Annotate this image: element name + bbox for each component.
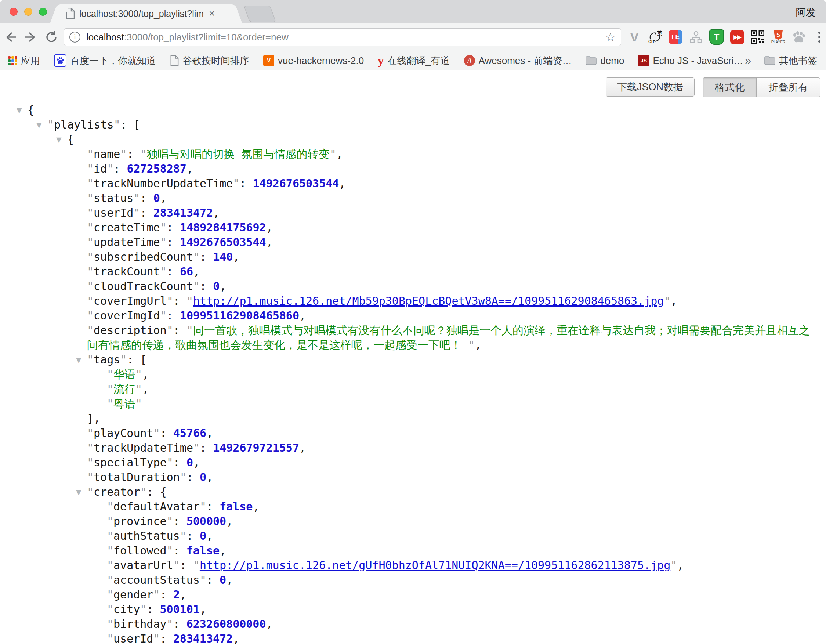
page-icon bbox=[170, 55, 179, 66]
page-icon bbox=[65, 8, 75, 19]
traffic-lights bbox=[9, 8, 47, 16]
bookmark-star-icon[interactable]: ☆ bbox=[605, 30, 616, 44]
json-line: ▼"userId": 283413472, bbox=[70, 206, 820, 220]
format-button[interactable]: 格式化 bbox=[703, 78, 757, 97]
new-tab-button[interactable] bbox=[244, 6, 276, 22]
json-line: ▼"followed": false, bbox=[90, 543, 820, 558]
json-line: ▼"city": 500101, bbox=[90, 602, 820, 617]
json-line: ▼"cloudTrackCount": 0, bbox=[70, 279, 820, 294]
back-button[interactable] bbox=[0, 31, 20, 44]
bookmark-item-demo[interactable]: demo bbox=[585, 55, 624, 67]
collapse-toggle-icon[interactable]: ▼ bbox=[36, 118, 47, 132]
folder-icon bbox=[585, 56, 596, 65]
profile-user-label[interactable]: 阿发 bbox=[796, 6, 816, 19]
extension-translate-icon[interactable]: 英 en bbox=[647, 30, 662, 44]
url-host: localhost bbox=[86, 31, 124, 43]
json-url-link[interactable]: http://p1.music.126.net/gUfH0bhzOfAl71NU… bbox=[200, 559, 670, 572]
json-line: ▼"id": 627258287, bbox=[70, 161, 820, 176]
forward-button[interactable] bbox=[20, 31, 41, 44]
json-line: ▼"accountStatus": 0, bbox=[90, 573, 820, 587]
json-line: ▼"userId": 283413472, bbox=[90, 632, 820, 644]
json-viewer-actions: 下载JSON数据 格式化 折叠所有 bbox=[606, 78, 820, 97]
json-line: ▼"subscribedCount": 140, bbox=[70, 250, 820, 264]
tab-title: localhost:3000/top_playlist?lim bbox=[79, 8, 204, 19]
json-line: ▼{ bbox=[11, 103, 820, 118]
extension-fe-icon[interactable]: FE bbox=[668, 30, 683, 44]
url-path: :3000/top_playlist?limit=10&order=new bbox=[124, 31, 289, 43]
json-line: ▼"creator": { bbox=[70, 485, 820, 499]
json-line: ▼"华语", bbox=[90, 367, 820, 382]
extension-html5-player-icon[interactable]: 5 PLAYER bbox=[771, 30, 786, 44]
json-line: ▼"specialType": 0, bbox=[70, 455, 820, 470]
json-block: ▼"华语",▼"流行",▼"粤语" bbox=[90, 367, 820, 411]
vue-v-icon: V bbox=[263, 55, 274, 66]
json-line: ▼"gender": 2, bbox=[90, 587, 820, 602]
bookmarks-overflow-chevron[interactable]: » bbox=[745, 54, 751, 67]
browser-tab[interactable]: localhost:3000/top_playlist?lim × bbox=[62, 5, 231, 23]
close-window-button[interactable] bbox=[9, 8, 18, 16]
json-line: ▼"trackCount": 66, bbox=[70, 264, 820, 279]
collapse-toggle-icon[interactable]: ▼ bbox=[76, 352, 87, 367]
baidu-paw-icon bbox=[54, 54, 67, 67]
extension-tampermonkey-icon[interactable]: T bbox=[709, 30, 724, 44]
bookmark-item-awesomes[interactable]: A Awesomes - 前端资… bbox=[464, 54, 572, 67]
folder-icon bbox=[764, 56, 775, 65]
minimize-window-button[interactable] bbox=[24, 8, 32, 16]
collapse-toggle-icon[interactable]: ▼ bbox=[17, 103, 28, 118]
page-content: 下载JSON数据 格式化 折叠所有 ▼{▼"playlists": [▼{▼"n… bbox=[0, 70, 826, 644]
other-bookmarks-folder[interactable]: 其他书签 bbox=[764, 54, 817, 67]
json-block: ▼"name": "独唱与对唱的切换 氛围与情感的转变",▼"id": 6272… bbox=[70, 147, 820, 644]
json-line: ▼"description": "同一首歌，独唱模式与对唱模式有没有什么不同呢？… bbox=[70, 323, 820, 352]
json-line: ▼{ bbox=[50, 132, 820, 147]
collapse-all-button[interactable]: 折叠所有 bbox=[757, 78, 820, 97]
zoom-window-button[interactable] bbox=[39, 8, 47, 16]
bookmark-item-google-sort[interactable]: 谷歌按时间排序 bbox=[170, 54, 249, 67]
extension-sitemap-icon[interactable] bbox=[689, 30, 703, 44]
json-line: ▼"粤语" bbox=[90, 397, 820, 411]
json-block: ▼{▼"name": "独唱与对唱的切换 氛围与情感的转变",▼"id": 62… bbox=[50, 132, 820, 644]
json-line: ▼"updateTime": 1492676503544, bbox=[70, 235, 820, 250]
json-line: ▼], bbox=[70, 411, 820, 426]
json-url-link[interactable]: http://p1.music.126.net/Mb59p30BpEQLcBQe… bbox=[193, 295, 664, 307]
js-icon: JS bbox=[638, 55, 649, 66]
bookmark-item-vue-hackernews[interactable]: V vue-hackernews-2.0 bbox=[263, 55, 364, 67]
json-line: ▼"trackUpdateTime": 1492679721557, bbox=[70, 441, 820, 455]
json-line: ▼"coverImgUrl": "http://p1.music.126.net… bbox=[70, 294, 820, 309]
svg-text:en: en bbox=[648, 38, 654, 44]
json-line: ▼"totalDuration": 0, bbox=[70, 470, 820, 485]
collapse-toggle-icon[interactable]: ▼ bbox=[76, 485, 87, 499]
json-line: ▼"defaultAvatar": false, bbox=[90, 499, 820, 514]
json-block: ▼"playlists": [▼{▼"name": "独唱与对唱的切换 氛围与情… bbox=[30, 118, 820, 644]
browser-toolbar: i localhost:3000/top_playlist?limit=10&o… bbox=[0, 23, 826, 51]
tab-strip: localhost:3000/top_playlist?lim × 阿发 bbox=[0, 0, 826, 23]
bookmark-item-baidu[interactable]: 百度一下，你就知道 bbox=[54, 54, 156, 67]
json-line: ▼"avatarUrl": "http://p1.music.126.net/g… bbox=[90, 558, 820, 573]
bookmarks-bar: 应用 百度一下，你就知道 谷歌按时间排序 V vue-hackernews-2.… bbox=[0, 51, 826, 70]
tab-close-icon[interactable]: × bbox=[209, 8, 215, 19]
reload-button[interactable] bbox=[41, 31, 62, 44]
json-line: ▼"createTime": 1489284175692, bbox=[70, 220, 820, 235]
extensions-area: V 英 en FE T ▶▶ 5 bbox=[627, 30, 826, 44]
json-line: ▼"tags": [ bbox=[70, 352, 820, 367]
bookmark-item-youdao[interactable]: y 在线翻译_有道 bbox=[378, 54, 450, 67]
extension-vue-devtools-icon[interactable]: V bbox=[627, 30, 642, 44]
youdao-icon: y bbox=[378, 55, 384, 67]
chrome-menu-icon[interactable] bbox=[812, 30, 826, 44]
extension-qrcode-icon[interactable] bbox=[750, 30, 765, 44]
json-line: ▼"流行", bbox=[90, 382, 820, 397]
collapse-toggle-icon[interactable]: ▼ bbox=[56, 132, 67, 147]
extension-video-speed-icon[interactable]: ▶▶ bbox=[730, 30, 745, 44]
page-info-icon[interactable]: i bbox=[69, 31, 81, 43]
download-json-button[interactable]: 下载JSON数据 bbox=[606, 78, 695, 96]
json-line: ▼"coverImgId": 109951162908465860, bbox=[70, 309, 820, 323]
json-line: ▼"authStatus": 0, bbox=[90, 529, 820, 543]
bookmark-item-apps[interactable]: 应用 bbox=[8, 54, 40, 67]
json-line: ▼"birthday": 623260800000, bbox=[90, 617, 820, 632]
extension-paw-icon[interactable] bbox=[792, 30, 806, 44]
json-block: ▼"defaultAvatar": false,▼"province": 500… bbox=[90, 499, 820, 644]
url-input[interactable]: localhost:3000/top_playlist?limit=10&ord… bbox=[86, 31, 601, 43]
browser-window: localhost:3000/top_playlist?lim × 阿发 i l… bbox=[0, 0, 826, 644]
bookmark-item-echojs[interactable]: JS Echo JS - JavaScri… bbox=[638, 55, 743, 67]
address-bar[interactable]: i localhost:3000/top_playlist?limit=10&o… bbox=[64, 28, 621, 46]
awesomes-icon: A bbox=[464, 55, 475, 66]
